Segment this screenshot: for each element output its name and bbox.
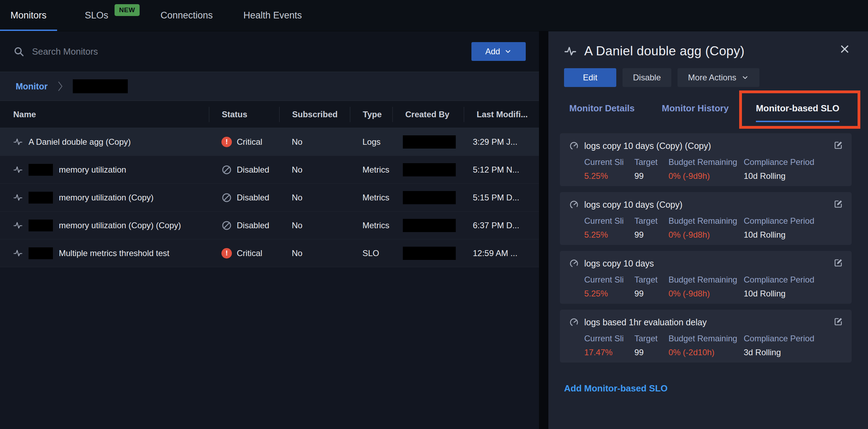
nav-tab-label: Health Events: [243, 10, 302, 21]
nav-tab-monitors[interactable]: Monitors: [0, 0, 57, 31]
redacted-created-by: [403, 163, 456, 176]
redacted-created-by: [403, 247, 456, 260]
close-icon[interactable]: [839, 44, 850, 54]
field-label: Compliance Period: [744, 157, 814, 167]
add-button[interactable]: Add: [471, 42, 526, 61]
type-cell: Metrics: [350, 165, 392, 175]
slo-name: logs copy 10 days (Copy): [584, 200, 682, 210]
app-root: Monitors SLOs NEW Connections Health Eve…: [0, 0, 868, 429]
type-cell: SLO: [350, 248, 392, 258]
chevron-down-icon: [741, 74, 749, 81]
status-text: Disabled: [237, 221, 269, 230]
slo-card[interactable]: logs copy 10 days (Copy) (Copy) Current …: [560, 133, 852, 186]
redacted-name-prefix: [29, 220, 53, 231]
current-sli-value: 5.25%: [584, 171, 634, 181]
budget-remaining-value: 0% (-2d10h): [668, 348, 744, 357]
current-sli-value: 17.47%: [584, 348, 634, 357]
disabled-icon: [221, 192, 232, 203]
current-sli-value: 5.25%: [584, 289, 634, 299]
disable-button[interactable]: Disable: [623, 68, 671, 87]
last-modified-cell: 5:15 PM D...: [464, 193, 539, 202]
edit-slo-icon[interactable]: [834, 317, 843, 326]
field-label: Budget Remaining: [668, 275, 744, 285]
add-monitor-based-slo-link[interactable]: Add Monitor-based SLO: [564, 383, 668, 394]
redacted-created-by: [403, 135, 456, 149]
table-row[interactable]: memory utilization (Copy) Disabled No Me…: [0, 184, 539, 212]
column-header-created-by[interactable]: Created By: [392, 107, 464, 122]
edit-slo-icon[interactable]: [834, 258, 843, 267]
target-value: 99: [634, 230, 668, 240]
status-text: Disabled: [237, 193, 269, 202]
compliance-period-value: 10d Rolling: [744, 171, 814, 181]
monitor-name: memory utilization (Copy): [59, 193, 154, 202]
redacted-name-prefix: [29, 247, 53, 259]
slo-gauge-icon: [569, 200, 579, 209]
tab-monitor-based-slo[interactable]: Monitor-based SLO: [756, 103, 839, 122]
monitor-pulse-icon: [13, 193, 23, 202]
tab-monitor-history[interactable]: Monitor History: [662, 103, 729, 122]
target-value: 99: [634, 289, 668, 299]
more-actions-label: More Actions: [688, 73, 736, 82]
type-cell: Logs: [350, 137, 392, 147]
tab-monitor-details[interactable]: Monitor Details: [569, 103, 635, 122]
detail-title: A Daniel double agg (Copy): [584, 44, 744, 58]
search-input[interactable]: [32, 46, 471, 57]
field-label: Current Sli: [584, 157, 634, 167]
edit-slo-icon[interactable]: [834, 199, 843, 208]
column-header-subscribed[interactable]: Subscribed: [279, 107, 350, 122]
redacted-name-prefix: [29, 192, 53, 204]
slo-gauge-icon: [569, 141, 579, 151]
subscribed-cell: No: [279, 193, 350, 202]
field-label: Target: [634, 216, 668, 226]
last-modified-cell: 12:59 AM ...: [464, 248, 539, 258]
monitor-name: memory utilization: [59, 165, 126, 175]
last-modified-cell: 3:29 PM J...: [464, 137, 539, 147]
field-label: Current Sli: [584, 216, 634, 226]
field-label: Target: [634, 275, 668, 285]
budget-remaining-value: 0% (-9d8h): [668, 230, 744, 240]
current-sli-value: 5.25%: [584, 230, 634, 240]
column-header-type[interactable]: Type: [350, 107, 392, 122]
status-text: Critical: [237, 137, 262, 147]
status-text: Disabled: [237, 165, 269, 175]
edit-button[interactable]: Edit: [564, 68, 616, 87]
nav-tab-connections[interactable]: Connections: [150, 0, 223, 31]
redacted-name-prefix: [29, 164, 53, 176]
compliance-period-value: 10d Rolling: [744, 289, 814, 299]
table-row[interactable]: memory utilization (Copy) (Copy) Disable…: [0, 212, 539, 239]
edit-slo-icon[interactable]: [834, 140, 843, 150]
more-actions-button[interactable]: More Actions: [678, 68, 759, 87]
table-row[interactable]: memory utilization Disabled No Metrics 5…: [0, 156, 539, 184]
budget-remaining-value: 0% (-9d9h): [668, 171, 744, 181]
critical-icon: !: [221, 248, 232, 259]
nav-tab-label: Monitors: [10, 10, 47, 21]
table-header: Name Status Subscribed Type Created By L…: [0, 101, 539, 128]
field-label: Compliance Period: [744, 216, 814, 226]
table-row[interactable]: A Daniel double agg (Copy) ! Critical No…: [0, 128, 539, 156]
slo-card-list: logs copy 10 days (Copy) (Copy) Current …: [560, 133, 852, 363]
monitor-name: A Daniel double agg (Copy): [29, 137, 131, 147]
slo-card[interactable]: logs copy 10 days (Copy) Current Sli 5.2…: [560, 192, 852, 245]
field-label: Target: [634, 334, 668, 343]
slo-card[interactable]: logs copy 10 days Current Sli 5.25% Targ…: [560, 251, 852, 304]
status-text: Critical: [237, 248, 262, 258]
slo-name: logs copy 10 days: [584, 259, 654, 269]
monitor-name: Multiple metrics threshold test: [59, 248, 169, 258]
field-label: Compliance Period: [744, 334, 814, 343]
nav-tab-health-events[interactable]: Health Events: [233, 0, 312, 31]
monitor-pulse-icon: [564, 45, 577, 57]
column-header-last-modified[interactable]: Last Modifi...: [464, 107, 539, 122]
monitor-pulse-icon: [13, 248, 23, 258]
disabled-icon: [221, 165, 232, 175]
slo-card[interactable]: logs based 1hr evaluation delay Current …: [560, 310, 852, 363]
nav-tab-slos[interactable]: SLOs NEW: [75, 0, 150, 31]
chevron-down-icon: [504, 48, 512, 55]
monitors-list-pane: Add Monitor Name Status Subscribed Type …: [0, 31, 539, 429]
breadcrumb-monitor-link[interactable]: Monitor: [16, 81, 48, 92]
target-value: 99: [634, 171, 668, 181]
column-header-status[interactable]: Status: [209, 107, 279, 122]
monitor-detail-pane: A Daniel double agg (Copy) Edit Disable …: [548, 31, 868, 429]
table-row[interactable]: Multiple metrics threshold test ! Critic…: [0, 239, 539, 267]
column-header-name[interactable]: Name: [0, 107, 209, 122]
top-nav: Monitors SLOs NEW Connections Health Eve…: [0, 0, 868, 31]
